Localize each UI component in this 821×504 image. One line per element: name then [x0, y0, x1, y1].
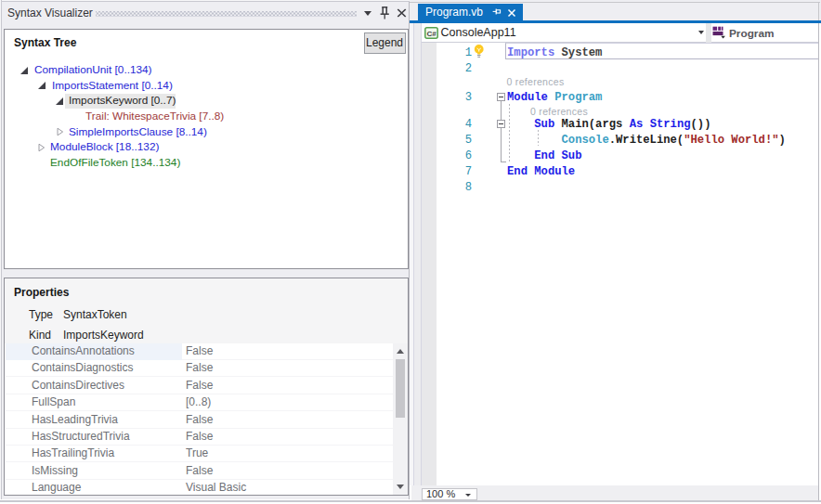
svg-text:C#: C#	[426, 29, 437, 37]
